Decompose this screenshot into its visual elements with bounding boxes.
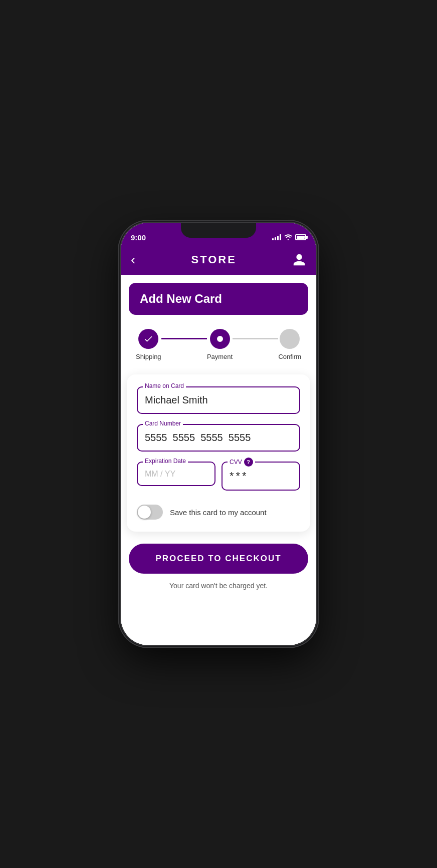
progress-steps: Shipping Payment Confirm <box>121 315 316 370</box>
step-shipping: Shipping <box>136 329 161 360</box>
name-on-card-label: Name on Card <box>143 382 186 389</box>
step-label-payment: Payment <box>207 353 233 360</box>
card-number-group: Card Number <box>137 424 300 452</box>
status-time: 9:00 <box>131 233 146 242</box>
app-header: ‹ STORE <box>121 245 316 275</box>
cvv-label: CVV <box>230 459 242 466</box>
battery-icon <box>295 234 306 240</box>
proceed-checkout-button[interactable]: PROCEED TO CHECKOUT <box>129 544 308 574</box>
status-icons <box>272 234 306 240</box>
name-on-card-group: Name on Card <box>137 386 300 414</box>
step-circle-confirm <box>280 329 300 349</box>
screen-content: Add New Card Shipping <box>121 275 316 645</box>
back-button[interactable]: ‹ <box>131 253 135 267</box>
step-circle-shipping <box>138 329 158 349</box>
card-number-label: Card Number <box>143 420 183 427</box>
card-number-input[interactable] <box>137 424 300 452</box>
expiry-cvv-row: Expiration Date CVV ? <box>137 462 300 501</box>
save-card-toggle[interactable] <box>137 505 163 520</box>
save-card-row: Save this card to my account <box>137 505 300 520</box>
app-title: STORE <box>191 253 236 266</box>
payment-form-card: Name on Card Card Number Expiration Date <box>127 374 310 532</box>
name-on-card-input[interactable] <box>137 386 300 414</box>
save-card-label: Save this card to my account <box>170 508 267 517</box>
step-payment: Payment <box>207 329 233 360</box>
disclaimer-text: Your card won't be charged yet. <box>121 582 316 590</box>
wifi-icon <box>284 234 292 240</box>
cvv-label-row: CVV ? <box>228 458 255 467</box>
step-confirm: Confirm <box>278 329 301 360</box>
user-icon[interactable] <box>292 253 306 267</box>
expiration-date-input[interactable] <box>137 462 215 486</box>
expiration-date-group: Expiration Date <box>137 462 215 491</box>
step-label-confirm: Confirm <box>278 353 301 360</box>
step-circle-payment <box>210 329 230 349</box>
add-card-title: Add New Card <box>140 292 222 305</box>
signal-icon <box>272 234 281 240</box>
step-label-shipping: Shipping <box>136 353 161 360</box>
cvv-help-icon[interactable]: ? <box>244 458 253 467</box>
expiration-date-label: Expiration Date <box>143 458 188 465</box>
cvv-group: CVV ? <box>222 462 300 491</box>
add-card-banner: Add New Card <box>129 283 308 315</box>
step-line-2 <box>233 338 278 339</box>
step-line-1 <box>161 338 207 339</box>
toggle-knob <box>138 506 151 519</box>
